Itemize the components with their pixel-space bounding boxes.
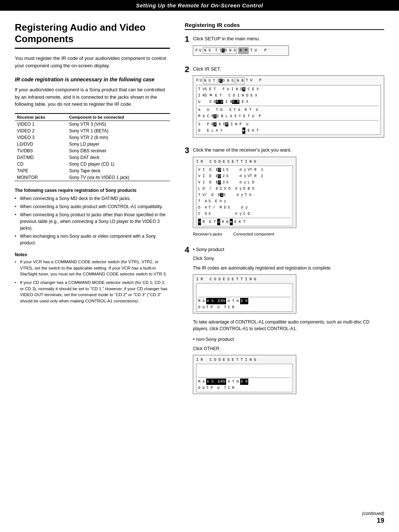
step3-captions: Receiver's jacks Connected component xyxy=(193,232,384,236)
left-column: Registering Audio and Video Components Y… xyxy=(15,22,170,402)
page-title: Registering Audio and Video Components xyxy=(15,22,170,49)
notes-section: Notes If your VCR has a COMMAND CODE sel… xyxy=(15,252,170,304)
note-item: If your VCR has a COMMAND CODE selector … xyxy=(15,259,170,277)
page-number: 19 xyxy=(362,517,384,525)
registering-ir-codes-title: Registering IR codes xyxy=(185,22,384,30)
table-row: VIDEO 2Sony VTR 1 (BETA) xyxy=(15,128,170,134)
step4-auto-text: The IR codes are automatically registere… xyxy=(193,265,384,271)
table-col1-header: Receiver jacks xyxy=(15,113,67,121)
screen-mockup-step3: I R C O D ES E T T I N G V I D EO1S σ yV… xyxy=(193,157,296,228)
require-bullet-item: When connecting a Sony product to jacks … xyxy=(15,211,170,231)
caption-receivers-jacks: Receiver's jacks xyxy=(193,232,222,236)
component-table: Receiver jacks Component to be connected… xyxy=(15,113,170,181)
screen-mockup-step2: FU N S T ICO N S N B T U P T VSE T F U I… xyxy=(193,75,384,138)
step4-click-sony: Click Sony. xyxy=(193,255,384,262)
require-bullet-item: When connecting a Sony audio product wit… xyxy=(15,203,170,210)
table-row: TAPESony Tape deck xyxy=(15,167,170,174)
bottom-right: (continued) 19 xyxy=(362,511,384,525)
step-3-text: Click the name of the receiver's jack yo… xyxy=(193,146,384,154)
step4-control-text: To take advantage of CONTROL-A1 compatib… xyxy=(193,319,384,332)
require-note-title: The following cases require registration… xyxy=(15,188,170,193)
require-bullet-item: When exchanging a non-Sony audio or vide… xyxy=(15,233,170,246)
screen-mockup-step1: FU N S T ICO N S N 👁 T U P xyxy=(193,45,289,56)
step-3-number: 3 xyxy=(185,146,189,155)
step-1: 1 Click SETUP in the main menu. FU N S T… xyxy=(185,35,384,60)
header-title: Setting Up the Remote for On-Screen Cont… xyxy=(136,2,263,9)
table-row: LD/DVDSony LD player xyxy=(15,141,170,148)
table-row: VIDEO 3Sony VTR 2 (8 mm) xyxy=(15,134,170,141)
step-4: 4 • Sony product Click Sony. The IR code… xyxy=(185,246,384,396)
ir-section-text: If your audio/video component is a Sony … xyxy=(15,86,170,108)
continued-label: (continued) xyxy=(362,511,384,516)
step-2: 2 Click IR SET. FU N S T ICO N S N B T U… xyxy=(185,65,384,141)
step-1-number: 1 xyxy=(185,35,189,43)
notes-title: Notes xyxy=(15,252,170,257)
table-row: VIDEO 1Sony VTR 3 (VHS) xyxy=(15,121,170,128)
table-col2-header: Component to be connected xyxy=(67,113,170,121)
step4-bullet2: • non-Sony product xyxy=(193,336,384,343)
require-bullet-item: When connecting a Sony MD deck to the DA… xyxy=(15,195,170,202)
intro-text: You must register the IR code of your au… xyxy=(15,55,170,69)
require-bullets-list: When connecting a Sony MD deck to the DA… xyxy=(15,195,170,246)
step-1-text: Click SETUP in the main menu. xyxy=(193,35,384,43)
table-row: TV/DBSSony DBS receiver xyxy=(15,148,170,154)
note-item: If your CD changer has a COMMAND MODE se… xyxy=(15,279,170,304)
page-header: Setting Up the Remote for On-Screen Cont… xyxy=(0,0,399,11)
step-2-number: 2 xyxy=(185,65,189,74)
step4-bullet1: • Sony product xyxy=(193,246,384,253)
ir-section-title: IR code registration is unnecessary in t… xyxy=(15,77,170,82)
screen-mockup-step4-sony: I R C O D ES E T T I N G M A K S ERb σ T… xyxy=(193,274,296,314)
step-3: 3 Click the name of the receiver's jack … xyxy=(185,146,384,240)
caption-connected-component: Connected component xyxy=(233,232,274,236)
table-row: DAT/MDSony DAT deck xyxy=(15,154,170,161)
right-column: Registering IR codes 1 Click SETUP in th… xyxy=(185,22,384,402)
step-2-text: Click IR SET. xyxy=(193,65,384,73)
screen-mockup-step4-other: I R C O D ES E T T I N G M A K S ERb σ T… xyxy=(193,355,296,394)
step-4-number: 4 xyxy=(185,246,189,254)
table-row: MONITORSony TV (via its VIDEO 1 jack) xyxy=(15,174,170,181)
notes-list: If your VCR has a COMMAND CODE selector … xyxy=(15,259,170,304)
step4-click-other: Click OTHER. xyxy=(193,345,384,352)
table-row: CDSony CD player (CD 1) xyxy=(15,161,170,167)
